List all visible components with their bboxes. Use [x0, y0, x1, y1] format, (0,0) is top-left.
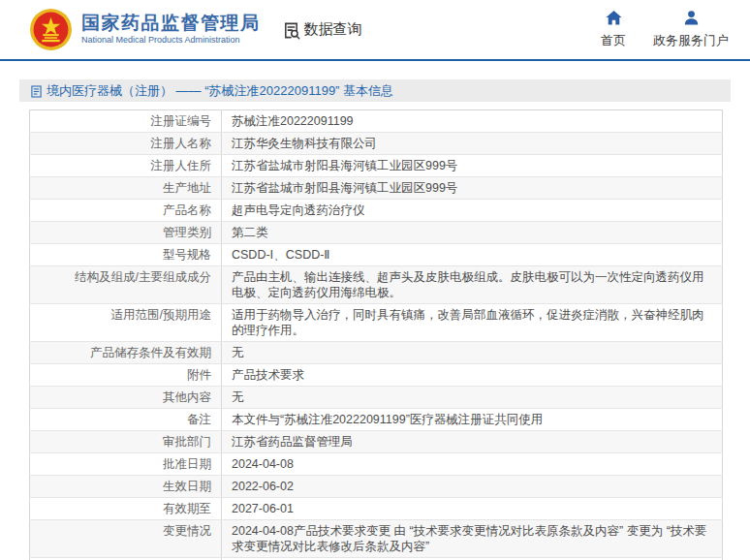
table-row: 管理类别第二类 [30, 222, 723, 244]
table-row: 型号规格CSDD-Ⅰ、CSDD-Ⅱ [30, 244, 723, 266]
table-row: 注册人住所江苏省盐城市射阳县海河镇工业园区999号 [30, 155, 723, 177]
row-label: 注册证编号 [30, 110, 222, 133]
row-label-text: 其他内容 [163, 390, 211, 404]
row-value: 苏械注准20222091199 [222, 110, 723, 133]
row-label: 其他内容 [30, 387, 222, 409]
table-row: 产品名称超声电导定向透药治疗仪 [30, 200, 723, 222]
row-value: CSDD-Ⅰ、CSDD-Ⅱ [222, 244, 723, 266]
site-title: 国家药品监督管理局 [81, 14, 261, 34]
row-value: 本文件与“苏械注准20222091199”医疗器械注册证共同使用 [222, 409, 723, 431]
info-table: 注册证编号苏械注准20222091199注册人名称江苏华灸生物科技有限公司注册人… [29, 109, 723, 560]
nav-portal[interactable]: 政务服务门户 [653, 11, 729, 49]
nav-data-query[interactable]: 数据查询 [282, 19, 362, 40]
row-label-text: 变更情况 [163, 524, 211, 538]
table-row: 批准日期2024-04-08 [30, 453, 723, 476]
row-value: 产品技术要求 [222, 364, 723, 387]
nav-portal-label: 政务服务门户 [653, 32, 729, 49]
row-label: 产品名称 [30, 200, 222, 222]
row-value: 江苏省盐城市射阳县海河镇工业园区999号 [222, 177, 723, 200]
table-row: 变更情况2024-04-08产品技术要求变更 由 “技术要求变更情况对比表原条款… [30, 520, 723, 558]
table-row: 备注本文件与“苏械注准20222091199”医疗器械注册证共同使用 [30, 409, 723, 431]
row-value: 江苏省药品监督管理局 [222, 431, 723, 453]
row-label-text: 生产地址 [163, 181, 211, 195]
table-row: 适用范围/预期用途适用于药物导入治疗，同时具有镇痛，改善局部血液循环，促进炎症消… [30, 304, 723, 342]
row-value: 超声电导定向透药治疗仪 [222, 200, 723, 222]
row-label: 型号规格 [30, 244, 222, 266]
row-label-text: 产品名称 [163, 203, 211, 217]
site-header: 国家药品监督管理局 National Medical Products Admi… [0, 0, 750, 61]
row-value: 适用于药物导入治疗，同时具有镇痛，改善局部血液循环，促进炎症消散，兴奋神经肌肉的… [222, 304, 723, 342]
row-label-text: 注册证编号 [151, 114, 212, 128]
row-label: 生效日期 [30, 476, 222, 498]
page-title: 境内医疗器械（注册） —— “苏械注准20222091199” 基本信息 [47, 82, 393, 100]
page-title-bar: 境内医疗器械（注册） —— “苏械注准20222091199” 基本信息 [19, 79, 731, 102]
row-value: 无 [222, 342, 723, 364]
site-subtitle: National Medical Products Administration [81, 36, 261, 46]
row-label: 有效期至 [30, 498, 222, 520]
row-value: 2022-06-02 [222, 476, 723, 498]
row-label-text: 管理类别 [163, 226, 211, 239]
row-label: 管理类别 [30, 222, 222, 244]
data-query-icon [282, 21, 300, 40]
row-label: 产品储存条件及有效期 [30, 342, 222, 364]
row-label: 生产地址 [30, 177, 222, 200]
document-icon [31, 85, 42, 98]
row-label-text: 生效日期 [163, 480, 211, 493]
table-row: 结构及组成/主要组成成分产品由主机、输出连接线、超声头及皮肤电极组成。皮肤电极可… [30, 266, 723, 304]
row-value: 江苏省盐城市射阳县海河镇工业园区999号 [222, 155, 723, 177]
row-value: 2024-04-08产品技术要求变更 由 “技术要求变更情况对比表原条款及内容”… [222, 520, 723, 558]
row-label: 结构及组成/主要组成成分 [30, 266, 222, 304]
table-row: 附件产品技术要求 [30, 364, 723, 387]
row-label: 注册人住所 [30, 155, 222, 177]
row-label: 备注 [30, 409, 222, 431]
info-table-body: 注册证编号苏械注准20222091199注册人名称江苏华灸生物科技有限公司注册人… [30, 110, 723, 560]
row-value: 2024-04-08 [222, 453, 723, 476]
nav-home[interactable]: 首页 [601, 11, 626, 49]
row-label-text: 型号规格 [163, 248, 211, 262]
row-value: 江苏华灸生物科技有限公司 [222, 133, 723, 155]
row-label: 批准日期 [30, 453, 222, 476]
row-label: 审批部门 [30, 431, 222, 453]
row-value: 2027-06-01 [222, 498, 723, 520]
table-row: 其他内容无 [30, 387, 723, 409]
row-label-text: 批准日期 [163, 457, 211, 471]
row-value: 产品由主机、输出连接线、超声头及皮肤电极组成。皮肤电极可以为一次性定向透药仪用电… [222, 266, 723, 304]
site-brand: 国家药品监督管理局 National Medical Products Admi… [81, 14, 261, 46]
page: 国家药品监督管理局 National Medical Products Admi… [0, 0, 750, 560]
top-nav: 首页 政务服务门户 [601, 11, 729, 49]
row-label-text: 产品储存条件及有效期 [90, 346, 211, 359]
home-icon [606, 11, 622, 28]
data-query-label: 数据查询 [304, 20, 362, 39]
row-label-text: 结构及组成/主要组成成分 [75, 270, 211, 284]
table-row: 注册人名称江苏华灸生物科技有限公司 [30, 133, 723, 155]
row-label-text: 注册人住所 [151, 159, 212, 172]
user-icon [684, 11, 699, 28]
main-content: 境内医疗器械（注册） —— “苏械注准20222091199” 基本信息 注册证… [0, 61, 750, 560]
table-row: 产品储存条件及有效期无 [30, 342, 723, 364]
table-row: 生产地址江苏省盐城市射阳县海河镇工业园区999号 [30, 177, 723, 200]
nmpa-emblem-logo [29, 8, 73, 51]
row-label-text: 注册人名称 [151, 137, 212, 150]
row-label: 变更情况 [30, 520, 222, 558]
table-row: 注册证编号苏械注准20222091199 [30, 110, 723, 133]
nav-home-label: 首页 [601, 32, 626, 49]
row-value: 无 [222, 387, 723, 409]
row-label: 附件 [30, 364, 222, 387]
row-value: 第二类 [222, 222, 723, 244]
table-row: 生效日期2022-06-02 [30, 476, 723, 498]
row-label-text: 有效期至 [163, 502, 211, 515]
row-label-text: 备注 [187, 413, 211, 426]
row-label-text: 审批部门 [163, 435, 211, 449]
row-label-text: 附件 [187, 368, 211, 382]
row-label-text: 适用范围/预期用途 [111, 308, 211, 322]
table-row: 审批部门江苏省药品监督管理局 [30, 431, 723, 453]
row-label: 适用范围/预期用途 [30, 304, 222, 342]
table-row: 有效期至2027-06-01 [30, 498, 723, 520]
row-label: 注册人名称 [30, 133, 222, 155]
